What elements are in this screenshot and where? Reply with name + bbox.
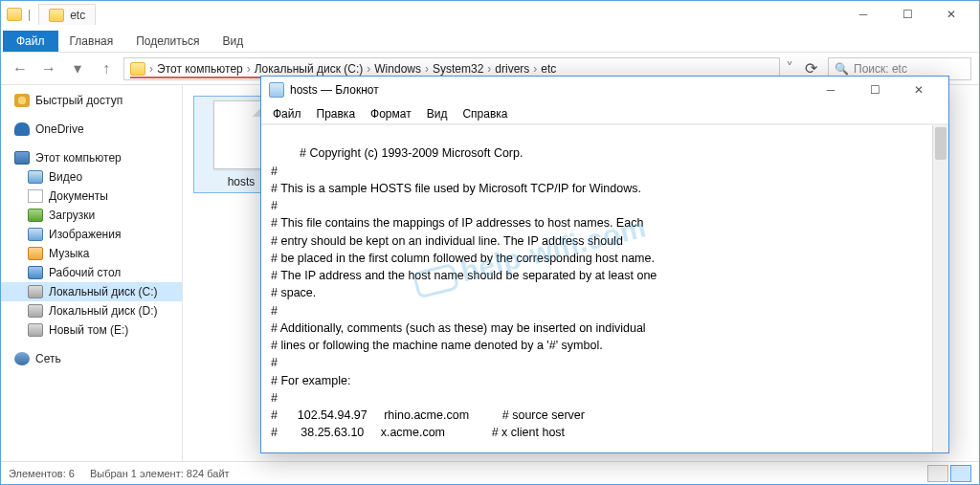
folder-icon: [130, 62, 145, 76]
sidebar-network[interactable]: Сеть: [1, 349, 182, 368]
chevron-right-icon: ›: [247, 62, 251, 76]
sidebar-item-label: Видео: [49, 170, 82, 184]
folder-icon: [49, 9, 64, 22]
view-mode-buttons: [927, 465, 971, 482]
ribbon-home-tab[interactable]: Главная: [58, 31, 125, 52]
vertical-scrollbar[interactable]: [932, 125, 948, 452]
ribbon-share-tab[interactable]: Поделиться: [124, 31, 211, 52]
minimize-button[interactable]: ─: [809, 77, 853, 103]
desktop-icon: [28, 266, 43, 279]
notepad-title-text: hosts — Блокнот: [290, 83, 379, 97]
sidebar-item-label: Музыка: [49, 247, 89, 260]
nav-history-button[interactable]: ▾: [66, 57, 89, 80]
ribbon-tabs: Файл Главная Поделиться Вид: [1, 28, 979, 53]
breadcrumb-segment[interactable]: etc: [541, 62, 556, 76]
explorer-titlebar[interactable]: | etc ─ ☐ ✕: [1, 1, 979, 28]
chevron-right-icon: ›: [425, 62, 429, 76]
nav-forward-button[interactable]: →: [37, 57, 60, 80]
sidebar-quick-access[interactable]: Быстрый доступ: [1, 91, 182, 110]
sidebar-item-documents[interactable]: Документы: [1, 187, 182, 206]
sidebar-item-drive-d[interactable]: Локальный диск (D:): [1, 301, 182, 320]
search-placeholder: Поиск: etc: [854, 62, 907, 76]
notepad-menu-bar: Файл Правка Формат Вид Справка: [261, 103, 948, 124]
notepad-text-area[interactable]: # Copyright (c) 1993-2009 Microsoft Corp…: [261, 124, 948, 452]
downloads-icon: [28, 209, 43, 222]
window-tab-label: etc: [38, 4, 96, 25]
sidebar-item-label: Изображения: [49, 228, 121, 241]
breadcrumb-segment[interactable]: System32: [433, 62, 483, 76]
notepad-titlebar[interactable]: hosts — Блокнот ─ ☐ ✕: [261, 77, 948, 103]
sidebar-item-label: Документы: [49, 189, 108, 203]
drive-icon: [28, 304, 43, 318]
sidebar-item-drive-c[interactable]: Локальный диск (C:): [1, 282, 182, 301]
videos-icon: [28, 170, 43, 184]
pictures-icon: [28, 228, 43, 241]
ribbon-file-tab[interactable]: Файл: [3, 31, 58, 52]
pc-icon: [14, 151, 30, 165]
sidebar-item-desktop[interactable]: Рабочий стол: [1, 263, 182, 282]
qat-divider: |: [28, 8, 31, 21]
view-icons-button[interactable]: [950, 465, 971, 482]
sidebar-this-pc[interactable]: Этот компьютер: [1, 148, 182, 167]
sidebar-item-label: Этот компьютер: [35, 151, 122, 165]
menu-view[interactable]: Вид: [421, 105, 454, 122]
sidebar-item-label: Загрузки: [49, 209, 95, 222]
sidebar-item-label: Сеть: [35, 352, 61, 365]
close-button[interactable]: ✕: [929, 1, 973, 28]
drive-icon: [28, 323, 43, 337]
nav-up-button[interactable]: ↑: [95, 57, 118, 80]
chevron-right-icon: ›: [533, 62, 537, 76]
quick-access-toolbar: |: [7, 8, 31, 21]
cloud-icon: [14, 122, 30, 136]
sidebar-item-music[interactable]: Музыка: [1, 244, 182, 263]
sidebar-item-downloads[interactable]: Загрузки: [1, 206, 182, 225]
ribbon-view-tab[interactable]: Вид: [211, 31, 255, 52]
window-controls: ─ ☐ ✕: [809, 77, 941, 103]
notepad-content: # Copyright (c) 1993-2009 Microsoft Corp…: [271, 146, 657, 452]
view-details-button[interactable]: [927, 465, 948, 482]
sidebar-item-pictures[interactable]: Изображения: [1, 225, 182, 244]
sidebar-onedrive[interactable]: OneDrive: [1, 120, 182, 139]
status-bar: Элементов: 6 Выбран 1 элемент: 824 байт: [1, 461, 979, 484]
scrollbar-thumb[interactable]: [935, 127, 947, 160]
notepad-window: hosts — Блокнот ─ ☐ ✕ Файл Правка Формат…: [260, 76, 949, 453]
documents-icon: [28, 189, 43, 203]
chevron-right-icon: ›: [149, 62, 153, 76]
status-item-count: Элементов: 6: [9, 468, 75, 479]
star-icon: [14, 94, 30, 107]
sidebar-item-label: Рабочий стол: [49, 266, 121, 279]
window-controls: ─ ☐ ✕: [841, 1, 973, 28]
sidebar-item-drive-e[interactable]: Новый том (E:): [1, 320, 182, 340]
nav-back-button[interactable]: ←: [9, 57, 32, 80]
drive-icon: [28, 285, 43, 298]
breadcrumb-segment[interactable]: drivers: [495, 62, 529, 76]
sidebar-item-label: Локальный диск (C:): [49, 285, 158, 298]
maximize-button[interactable]: ☐: [885, 1, 929, 28]
sidebar-item-label: Локальный диск (D:): [49, 304, 158, 318]
chevron-right-icon: ›: [487, 62, 491, 76]
minimize-button[interactable]: ─: [841, 1, 885, 28]
close-button[interactable]: ✕: [897, 77, 941, 103]
sidebar-item-label: Новый том (E:): [49, 323, 128, 337]
chevron-right-icon: ›: [367, 62, 370, 76]
folder-icon: [7, 8, 22, 21]
breadcrumb-segment[interactable]: Windows: [374, 62, 421, 76]
breadcrumb-segment[interactable]: Локальный диск (C:): [255, 62, 364, 76]
sidebar-item-videos[interactable]: Видео: [1, 167, 182, 187]
status-selected: Выбран 1 элемент: 824 байт: [90, 468, 230, 479]
music-icon: [28, 247, 43, 260]
notepad-icon: [269, 82, 284, 98]
sidebar-item-label: Быстрый доступ: [35, 94, 122, 107]
menu-help[interactable]: Справка: [457, 105, 513, 122]
maximize-button[interactable]: ☐: [853, 77, 897, 103]
menu-file[interactable]: Файл: [267, 105, 307, 122]
menu-format[interactable]: Формат: [365, 105, 417, 122]
search-icon: 🔍: [835, 62, 849, 76]
navigation-pane[interactable]: Быстрый доступ OneDrive Этот компьютер В…: [1, 85, 183, 461]
tab-text: etc: [70, 9, 85, 22]
sidebar-item-label: OneDrive: [35, 122, 84, 136]
network-icon: [14, 352, 30, 365]
menu-edit[interactable]: Правка: [311, 105, 362, 122]
breadcrumb-segment[interactable]: Этот компьютер: [157, 62, 243, 76]
